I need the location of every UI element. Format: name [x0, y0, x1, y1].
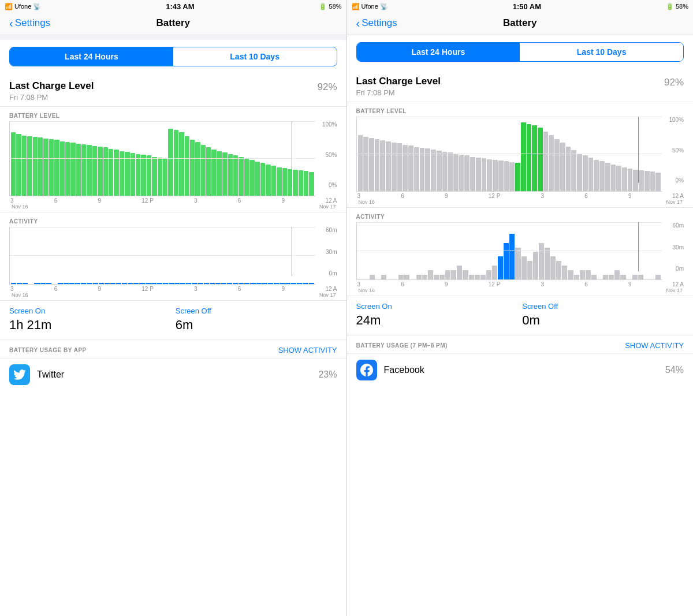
- left-act-grid-100: [10, 227, 315, 227]
- left-screen-on-label: Screen On: [9, 307, 171, 315]
- right-back-button[interactable]: ‹ Settings: [356, 17, 397, 29]
- left-act-group-23: [146, 283, 151, 284]
- right-battery-bar-49: [633, 170, 638, 191]
- right-wifi-icon: 📡: [380, 3, 388, 10]
- left-battery-bar-3: [27, 136, 32, 196]
- left-battery-bar-5: [38, 137, 43, 196]
- left-act-group-14: [93, 283, 98, 284]
- left-charge-percent: 92%: [317, 81, 337, 93]
- left-on-bar-37: [227, 283, 232, 284]
- left-on-bar-31: [192, 283, 197, 284]
- left-act-group-43: [262, 283, 267, 284]
- right-battery-bar-42: [594, 160, 599, 191]
- left-on-bar-28: [174, 283, 180, 284]
- right-grid-100: [357, 117, 662, 117]
- right-battery-bar-7: [397, 143, 403, 191]
- right-act-bar-12: [428, 270, 433, 279]
- left-act-group-11: [75, 283, 80, 284]
- left-on-bar-48: [291, 283, 296, 284]
- right-battery-bar-43: [599, 161, 605, 191]
- right-grid-50: [357, 154, 662, 154]
- left-battery-bar-48: [271, 166, 276, 196]
- right-show-activity[interactable]: SHOW ACTIVITY: [625, 341, 684, 350]
- left-battery-pct: 58%: [329, 3, 341, 10]
- left-back-button[interactable]: ‹ Settings: [9, 17, 50, 29]
- right-act-y-60: 60m: [673, 222, 684, 229]
- right-act-bar-8: [404, 275, 409, 279]
- left-act-group-45: [274, 283, 279, 284]
- right-battery-bar-11: [420, 148, 425, 191]
- right-y-50: 50%: [672, 147, 684, 154]
- left-on-bar-18: [116, 283, 121, 284]
- left-on-bar-17: [110, 283, 116, 284]
- right-charge-subtitle: Fri 7:08 PM: [356, 88, 441, 97]
- right-activity-bars: [356, 222, 662, 280]
- right-battery-bar-3: [375, 139, 380, 191]
- left-act-group-9: [64, 283, 69, 284]
- left-app-twitter-name: Twitter: [37, 369, 318, 380]
- left-show-activity[interactable]: SHOW ACTIVITY: [278, 346, 337, 354]
- left-on-bar-2: [23, 283, 28, 284]
- left-battery-bar-17: [103, 147, 108, 196]
- right-act-bar-36: [568, 270, 573, 279]
- left-segment-control: Last 24 Hours Last 10 Days: [9, 47, 337, 66]
- left-act-group-16: [105, 283, 110, 284]
- left-on-bar-34: [210, 283, 215, 284]
- right-time: 1:50 AM: [513, 2, 541, 11]
- right-act-bar-38: [580, 270, 585, 279]
- left-on-bar-32: [198, 283, 203, 284]
- left-battery-bar-53: [299, 170, 303, 196]
- left-battery-bar-7: [49, 139, 54, 196]
- left-on-bar-11: [75, 283, 80, 284]
- right-segment-10d[interactable]: Last 10 Days: [520, 43, 683, 61]
- right-screen-on-label: Screen On: [356, 302, 518, 311]
- left-act-group-42: [256, 283, 262, 284]
- right-battery-bar-36: [560, 143, 565, 191]
- left-battery-bar-35: [201, 145, 206, 196]
- left-segment-24h[interactable]: Last 24 Hours: [10, 47, 173, 66]
- left-on-bar-20: [128, 283, 133, 284]
- left-battery-bar-43: [244, 159, 249, 196]
- left-battery-icon: 🔋: [319, 3, 327, 10]
- left-act-group-48: [291, 283, 296, 284]
- right-act-bar-16: [451, 270, 456, 279]
- right-back-label: Settings: [362, 17, 397, 29]
- right-battery-bar-22: [482, 158, 487, 191]
- left-battery-bar-23: [136, 154, 140, 196]
- right-battery-chart-label: BATTERY LEVEL: [356, 108, 684, 114]
- left-act-y-60: 60m: [326, 227, 337, 233]
- right-app-facebook[interactable]: Facebook 54%: [347, 353, 694, 386]
- right-battery-bar-27: [509, 162, 515, 191]
- right-battery-bar-53: [655, 173, 661, 191]
- left-screen: 📶 Ufone 📡 1:43 AM 🔋 58% ‹ Settings Batte…: [0, 0, 347, 616]
- left-battery-bar-18: [109, 149, 113, 196]
- right-act-bar-23: [492, 266, 497, 279]
- right-battery-bar-17: [453, 154, 459, 192]
- right-act-y-0: 0m: [676, 266, 684, 272]
- right-act-bar-10: [416, 275, 422, 279]
- left-on-bar-0: [11, 283, 16, 284]
- left-battery-bar-30: [174, 130, 178, 196]
- left-segment-10d[interactable]: Last 10 Days: [173, 47, 337, 66]
- left-battery-bar-0: [11, 132, 16, 196]
- left-battery-bar-8: [54, 140, 59, 196]
- right-usage-section: BATTERY USAGE (7 PM–8 PM) SHOW ACTIVITY: [347, 335, 694, 353]
- left-app-twitter[interactable]: Twitter 23%: [0, 358, 346, 391]
- right-segment-24h[interactable]: Last 24 Hours: [357, 43, 520, 61]
- left-act-date1: Nov 16: [10, 292, 28, 298]
- left-act-y-30: 30m: [326, 249, 337, 255]
- left-act-group-17: [110, 283, 116, 284]
- left-battery-y-axis: 100% 50% 0%: [315, 121, 337, 196]
- right-act-bar-44: [614, 270, 620, 279]
- right-app-facebook-name: Facebook: [384, 365, 665, 375]
- right-act-bar-25: [504, 243, 509, 279]
- right-screen-stats: Screen On 24m Screen Off 0m: [347, 296, 694, 335]
- right-battery-bar-25: [498, 160, 504, 191]
- right-battery-bar-26: [504, 161, 509, 191]
- right-battery-bar-34: [549, 135, 554, 191]
- left-usage-label: BATTERY USAGE BY APP: [9, 347, 87, 353]
- left-on-bar-30: [186, 283, 191, 284]
- right-screen-off: Screen Off 0m: [522, 302, 684, 328]
- left-act-group-39: [239, 283, 244, 284]
- right-nav-bar: ‹ Settings Battery: [347, 13, 694, 35]
